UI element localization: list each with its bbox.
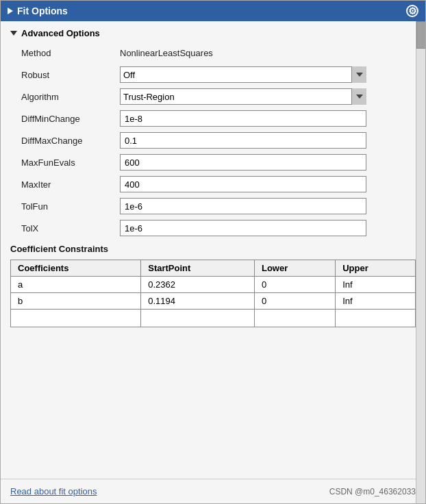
- fit-options-panel: Fit Options ⚙ Advanced Options Method No…: [0, 0, 426, 504]
- cell-empty-3[interactable]: [254, 310, 335, 327]
- maxfunevals-label: MaxFunEvals: [10, 158, 120, 168]
- panel-content: Advanced Options Method NonlinearLeastSq…: [1, 21, 425, 479]
- panel-title: Fit Options: [17, 5, 68, 16]
- cell-upper-b[interactable]: Inf: [336, 293, 416, 310]
- scrollbar-thumb[interactable]: [416, 21, 425, 49]
- method-label: Method: [10, 48, 120, 58]
- panel-wrapper: Advanced Options Method NonlinearLeastSq…: [1, 21, 425, 503]
- tolx-label: TolX: [10, 223, 120, 234]
- cell-start-b[interactable]: 0.1194: [141, 293, 255, 310]
- diffminchange-label: DiffMinChange: [10, 114, 120, 124]
- table-row-empty: [11, 310, 416, 327]
- diffmaxchange-input[interactable]: [120, 132, 366, 149]
- robust-row: Robust Off LAR Bisquare: [10, 66, 416, 84]
- tolfun-label: TolFun: [10, 201, 120, 212]
- tolx-input[interactable]: [120, 220, 366, 236]
- table-row: b 0.1194 0 Inf: [11, 293, 416, 310]
- cell-empty-1[interactable]: [11, 310, 141, 327]
- advanced-options-section-header: Advanced Options: [10, 28, 416, 38]
- coefficient-constraints-label: Coefficient Constraints: [10, 244, 416, 254]
- constraints-table: Coefficients StartPoint Lower Upper a 0.…: [10, 260, 416, 327]
- cell-lower-a[interactable]: 0: [254, 277, 335, 293]
- read-fit-options-link[interactable]: Read about fit options: [10, 486, 97, 496]
- collapse-panel-icon[interactable]: [8, 8, 13, 14]
- scrollbar-track[interactable]: [416, 21, 425, 503]
- algorithm-row: Algorithm Trust-Region Levenberg-Marquar…: [10, 88, 416, 105]
- maxiter-label: MaxIter: [10, 179, 120, 190]
- panel-header: Fit Options ⚙: [1, 1, 425, 21]
- cell-start-a[interactable]: 0.2362: [141, 277, 255, 293]
- tolx-row: TolX: [10, 219, 416, 237]
- diffmaxchange-row: DiffMaxChange: [10, 131, 416, 149]
- constraints-header-row: Coefficients StartPoint Lower Upper: [11, 260, 416, 277]
- maxfunevals-row: MaxFunEvals: [10, 153, 416, 171]
- col-coefficients: Coefficients: [11, 260, 141, 277]
- algorithm-label: Algorithm: [10, 92, 120, 102]
- algorithm-select-wrapper: Trust-Region Levenberg-Marquardt Gauss-N…: [120, 88, 366, 105]
- method-value: NonlinearLeastSquares: [120, 48, 213, 58]
- diffmaxchange-label: DiffMaxChange: [10, 136, 120, 146]
- cell-empty-2[interactable]: [141, 310, 255, 327]
- maxiter-row: MaxIter: [10, 175, 416, 193]
- diffminchange-input[interactable]: [120, 110, 366, 127]
- method-row: Method NonlinearLeastSquares: [10, 44, 416, 62]
- maxfunevals-input[interactable]: [120, 154, 366, 171]
- col-lower: Lower: [254, 260, 335, 277]
- cell-upper-a[interactable]: Inf: [336, 277, 416, 293]
- settings-icon[interactable]: ⚙: [406, 5, 418, 17]
- cell-coeff-a[interactable]: a: [11, 277, 141, 293]
- tolfun-input[interactable]: [120, 198, 366, 214]
- robust-select-wrapper: Off LAR Bisquare: [120, 66, 366, 83]
- maxiter-input[interactable]: [120, 176, 366, 192]
- col-startpoint: StartPoint: [141, 260, 255, 277]
- watermark-text: CSDN @m0_46362033: [329, 487, 416, 496]
- cell-lower-b[interactable]: 0: [254, 293, 335, 310]
- panel-header-left: Fit Options: [8, 5, 68, 16]
- robust-select[interactable]: Off LAR Bisquare: [120, 66, 366, 83]
- cell-coeff-b[interactable]: b: [11, 293, 141, 310]
- algorithm-select[interactable]: Trust-Region Levenberg-Marquardt Gauss-N…: [120, 88, 366, 105]
- tolfun-row: TolFun: [10, 197, 416, 215]
- advanced-options-label: Advanced Options: [21, 28, 100, 38]
- collapse-advanced-icon[interactable]: [10, 31, 17, 36]
- cell-empty-4[interactable]: [336, 310, 416, 327]
- footer-area: Read about fit options CSDN @m0_46362033: [1, 479, 425, 503]
- robust-label: Robust: [10, 70, 120, 80]
- table-row: a 0.2362 0 Inf: [11, 277, 416, 293]
- diffminchange-row: DiffMinChange: [10, 110, 416, 127]
- col-upper: Upper: [336, 260, 416, 277]
